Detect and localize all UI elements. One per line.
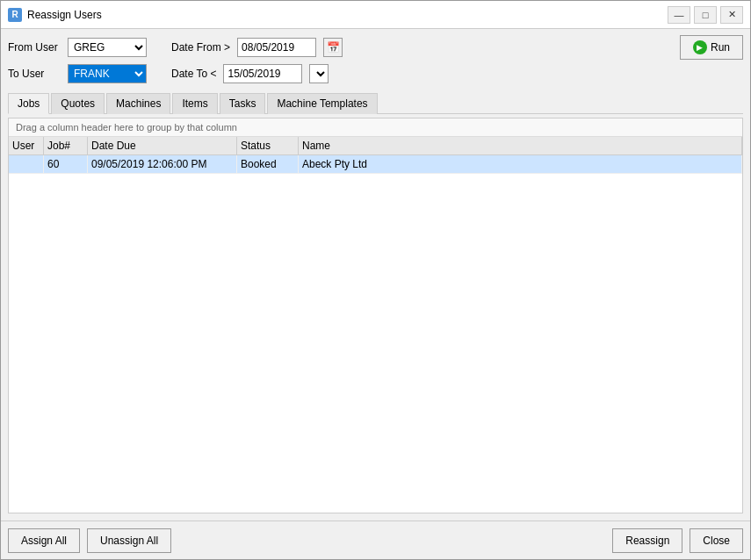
date-to-label: Date To <	[171, 68, 216, 80]
minimize-button[interactable]: —	[668, 6, 690, 24]
tabs-bar: Jobs Quotes Machines Items Tasks Machine…	[8, 92, 743, 114]
tab-tasks[interactable]: Tasks	[220, 93, 266, 114]
app-icon: R	[8, 8, 22, 22]
close-dialog-button[interactable]: Close	[690, 528, 743, 553]
run-icon: ▶	[693, 40, 707, 54]
reassign-button[interactable]: Reassign	[612, 528, 682, 553]
cell-date-due: 09/05/2019 12:06:00 PM	[88, 155, 237, 173]
col-header-job: Job#	[44, 137, 88, 154]
date-from-label: Date From >	[171, 41, 230, 54]
from-user-label: From User	[8, 41, 61, 54]
grid-header: User Job# Date Due Status Name	[9, 137, 742, 155]
to-user-label: To User	[8, 68, 61, 80]
cell-job: 60	[44, 155, 88, 173]
window-controls: — □ ✕	[668, 6, 743, 24]
window-title: Reassign Users	[27, 9, 668, 21]
from-user-select[interactable]: GREG	[68, 38, 147, 57]
date-from-input[interactable]	[237, 38, 316, 57]
content-area: From User GREG Date From > 📅 ▶ Run To Us…	[1, 29, 750, 521]
maximize-button[interactable]: □	[694, 6, 717, 24]
tab-items[interactable]: Items	[172, 93, 217, 114]
close-button[interactable]: ✕	[720, 6, 743, 24]
assign-all-button[interactable]: Assign All	[8, 528, 80, 553]
main-window: R Reassign Users — □ ✕ From User GREG Da…	[0, 0, 751, 560]
grid-area: Drag a column header here to group by th…	[8, 118, 743, 513]
col-header-date-due: Date Due	[88, 137, 237, 154]
col-header-status: Status	[237, 137, 299, 154]
cell-user	[9, 155, 44, 173]
cell-status: Booked	[237, 155, 299, 173]
calendar-from-button[interactable]: 📅	[323, 38, 343, 57]
calendar-from-icon: 📅	[327, 41, 340, 54]
table-row[interactable]: 60 09/05/2019 12:06:00 PM Booked Abeck P…	[9, 155, 742, 174]
cell-name: Abeck Pty Ltd	[299, 155, 742, 173]
from-user-row: From User GREG Date From > 📅 ▶ Run	[8, 36, 743, 59]
run-label: Run	[711, 41, 730, 54]
run-button[interactable]: ▶ Run	[680, 35, 743, 60]
title-bar: R Reassign Users — □ ✕	[1, 1, 750, 29]
col-header-user: User	[9, 137, 44, 154]
col-header-name: Name	[299, 137, 742, 154]
tab-machine-templates[interactable]: Machine Templates	[267, 93, 377, 114]
to-user-select[interactable]: FRANK	[68, 64, 147, 83]
tab-jobs[interactable]: Jobs	[8, 93, 49, 114]
drag-hint: Drag a column header here to group by th…	[9, 118, 742, 137]
bottom-bar: Assign All Unassign All Reassign Close	[1, 521, 750, 559]
to-user-row: To User FRANK Date To < ▼	[8, 62, 743, 85]
date-to-input[interactable]	[223, 64, 302, 83]
grid-body: 60 09/05/2019 12:06:00 PM Booked Abeck P…	[9, 155, 742, 513]
unassign-all-button[interactable]: Unassign All	[87, 528, 171, 553]
tab-machines[interactable]: Machines	[106, 93, 170, 114]
date-to-dropdown[interactable]: ▼	[309, 64, 329, 83]
tab-quotes[interactable]: Quotes	[51, 93, 105, 114]
